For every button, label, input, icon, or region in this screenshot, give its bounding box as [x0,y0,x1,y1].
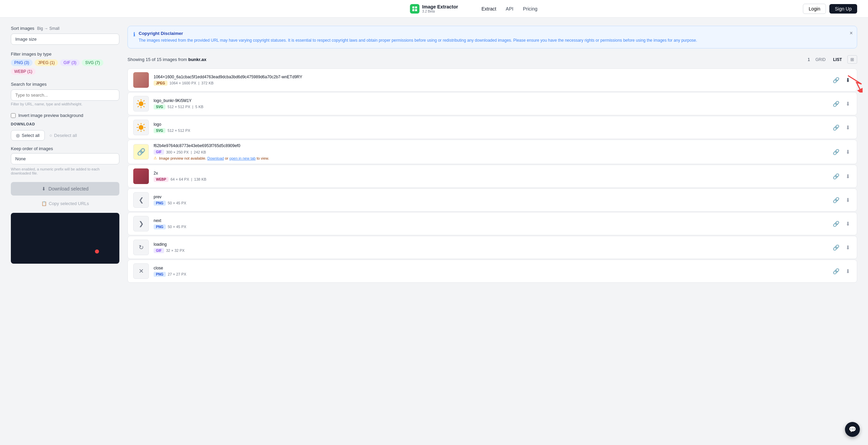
image-info: 1064×1600_6a1cbac5f1edd4763ead9dcba3bd6d… [154,75,827,86]
image-thumbnail: ↻ [133,240,149,255]
svg-line-18 [138,124,139,125]
close-icon: ✕ [139,267,144,275]
svg-rect-0 [412,6,414,8]
image-meta: PNG 50 × 45 PX [154,224,827,229]
image-meta: PNG 27 × 27 PX [154,272,827,277]
image-info: logo SVG 512 × 512 PX [154,122,827,133]
image-info: prev PNG 50 × 45 PX [154,195,827,206]
invert-bg-checkbox[interactable] [11,113,16,118]
tag-webp[interactable]: WEBP (1) [11,68,36,75]
keep-order-hint: When enabled, a numeric prefix will be a… [11,167,119,175]
copy-link-button[interactable]: 🔗 [831,196,841,205]
download-selected-button[interactable]: ⬇ Download selected [11,182,119,196]
tag-gif[interactable]: GIF (3) [60,59,80,66]
sort-direction: Big → Small [37,26,59,31]
image-name: close [154,266,827,270]
type-badge: SVG [154,104,165,109]
warning-text: Image preview not available. Download or… [159,156,269,160]
download-button[interactable]: ⬇ [844,267,851,276]
invert-bg-label[interactable]: Invert image preview background [18,113,83,118]
copy-urls-button[interactable]: 📋 Copy selected URLs [11,198,119,209]
image-actions: 🔗 ⬇ [831,219,851,228]
download-button[interactable]: ⬇ [844,99,851,108]
download-button[interactable]: ⬇ [844,196,851,205]
login-button[interactable]: Login [803,4,826,14]
filter-section: Filter images by type PNG (3) JPEG (1) G… [11,52,119,75]
nav-pricing[interactable]: Pricing [523,6,537,12]
copy-link-button[interactable]: 🔗 [831,76,841,85]
download-button[interactable]: ⬇ [844,172,851,181]
image-meta: GIF 32 × 32 PX [154,248,827,253]
image-name: 1064×1600_6a1cbac5f1edd4763ead9dcba3bd6d… [154,75,827,79]
image-meta: JPEG 1064 × 1600 PX | 372 KB [154,81,827,86]
filter-tags: PNG (3) JPEG (1) GIF (3) SVG (7) WEBP (1… [11,59,119,75]
copy-link-button[interactable]: 🔗 [831,123,841,132]
download-section: DOWNLOAD ◎ Select all ○ Deselect all Kee… [11,122,119,175]
image-dims: 50 × 45 PX [168,225,186,229]
separator: | [191,177,192,181]
type-badge: PNG [154,272,166,277]
logo-area: Image Extractor 3.2 Beta [410,4,458,14]
image-meta: PNG 50 × 45 PX [154,201,827,206]
tag-jpeg[interactable]: JPEG (1) [35,59,58,66]
svg-line-9 [138,100,139,101]
search-hint: Filter by URL, name, type and width/heig… [11,102,119,106]
image-thumbnail: 🔗 [133,144,149,160]
image-name: logo_bunkr-9Ki5M1Y [154,98,827,103]
banner-content: Copyright Disclaimer The images retrieve… [139,31,697,43]
view-controls: 1 GRID LIST ⊞ [808,55,857,64]
signup-button[interactable]: Sign Up [829,4,857,14]
image-dims: 512 × 512 PX [167,105,190,109]
copy-link-button[interactable]: 🔗 [831,147,841,157]
download-button[interactable]: ⬇ [844,123,851,132]
download-button[interactable]: ⬇ [844,219,851,228]
nav-extract[interactable]: Extract [481,6,496,12]
chat-bubble[interactable]: 💬 [845,422,860,437]
chevron-left-icon: ❮ [139,196,144,204]
sort-select[interactable]: Image size [11,34,119,45]
image-row: 🔗 f62b4e9764dc8773e43ebe6953f765d5c8909e… [127,140,857,164]
type-badge: PNG [154,201,166,206]
copy-link-button[interactable]: 🔗 [831,99,841,108]
tag-png[interactable]: PNG (3) [11,59,33,66]
svg-line-11 [143,100,144,101]
list-header: Showing 15 of 15 images from bunkr.ax 1 … [127,55,857,64]
copy-link-button[interactable]: 🔗 [831,243,841,252]
sort-label: Sort images [11,26,34,31]
view-toggle-button[interactable]: ⊞ [847,55,857,64]
search-input[interactable] [11,89,119,101]
download-link[interactable]: Download [207,156,224,160]
image-actions: 🔗 ⬇ [831,147,851,157]
separator: | [191,150,192,154]
list-view-button[interactable]: LIST [831,56,844,63]
app-version: 3.2 Beta [422,9,458,13]
app-title: Image Extractor [422,4,458,9]
copy-link-button[interactable]: 🔗 [831,172,841,181]
copy-icon: 📋 [41,201,47,206]
type-badge: SVG [154,128,165,133]
open-new-tab-link[interactable]: open in new tab [229,156,256,160]
tag-svg[interactable]: SVG (7) [82,59,103,66]
download-button[interactable]: ⬇ [844,76,851,85]
banner-close-button[interactable]: × [850,30,853,36]
image-name: logo [154,122,827,127]
svg-line-20 [143,124,144,125]
download-button[interactable]: ⬇ [844,243,851,252]
banner-title: Copyright Disclaimer [139,31,697,36]
svg-rect-3 [415,9,417,11]
image-row: logo SVG 512 × 512 PX 🔗 ⬇ [127,116,857,139]
image-dims: 32 × 32 PX [166,248,185,252]
sort-section: Sort images Big → Small Image size [11,26,119,45]
deselect-all-button[interactable]: ○ Deselect all [48,130,78,140]
search-label: Search for images [11,82,119,87]
download-button[interactable]: ⬇ [844,147,851,157]
svg-point-13 [139,125,143,130]
page-number: 1 [808,57,810,62]
keep-order-select[interactable]: None [11,153,119,164]
nav-api[interactable]: API [506,6,514,12]
image-row: 2x WEBP 64 × 64 PX | 138 KB 🔗 ⬇ [127,165,857,188]
select-all-button[interactable]: ◎ Select all [11,130,45,141]
copy-link-button[interactable]: 🔗 [831,219,841,228]
copy-link-button[interactable]: 🔗 [831,267,841,276]
grid-view-button[interactable]: GRID [813,56,828,63]
